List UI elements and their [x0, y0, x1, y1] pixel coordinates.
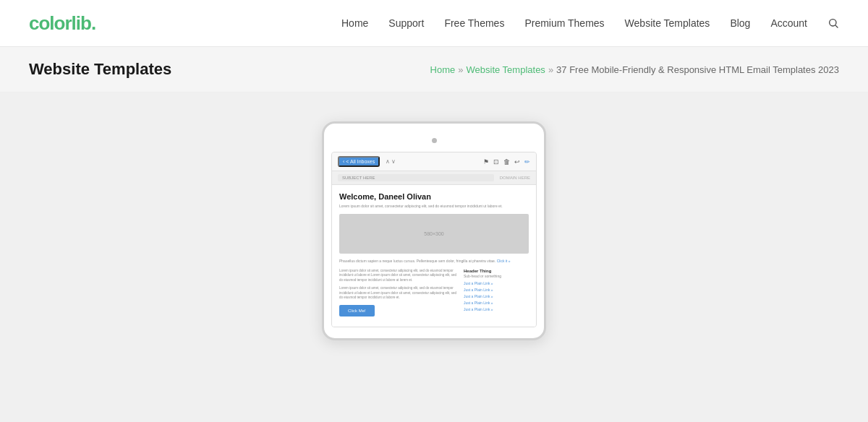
back-label: < All Inboxes: [346, 159, 375, 164]
breadcrumb-bar: Website Templates Home » Website Templat…: [0, 47, 868, 92]
chevron-down-icon[interactable]: ∨: [391, 158, 396, 165]
email-paragraph1: Phasellus dictum sapien a neque luctus c…: [339, 259, 529, 264]
svg-line-1: [835, 25, 838, 27]
search-button[interactable]: [827, 17, 839, 29]
trash-icon[interactable]: 🗑: [503, 158, 510, 165]
right-link-5[interactable]: Just a Plain Link »: [464, 307, 529, 311]
back-button[interactable]: ‹ < All Inboxes: [338, 156, 380, 167]
click-link[interactable]: Click it »: [497, 259, 511, 263]
svg-point-0: [830, 20, 836, 26]
email-client: ‹ < All Inboxes ∧ ∨ ⚑ ⊡ 🗑 ↩ ✏: [331, 152, 537, 327]
col-right-header: Header Thing: [464, 269, 529, 273]
chevron-controls: ∧ ∨: [386, 158, 396, 165]
subject-row: SUBJECT HERE DOMAIN HERE: [332, 171, 536, 185]
site-logo[interactable]: colorlib.: [29, 12, 95, 35]
image-dimensions-label: 580×300: [424, 231, 443, 236]
right-link-3[interactable]: Just a Plain Link »: [464, 294, 529, 298]
right-link-4[interactable]: Just a Plain Link »: [464, 301, 529, 305]
flag-icon[interactable]: ⚑: [483, 158, 489, 165]
breadcrumb-home[interactable]: Home: [430, 64, 456, 75]
right-link-2[interactable]: Just a Plain Link »: [464, 288, 529, 292]
logo-dot: .: [91, 12, 95, 34]
page-title: Website Templates: [29, 60, 171, 79]
sender-name: DOMAIN HERE: [500, 176, 530, 180]
breadcrumb-current: 37 Free Mobile-Friendly & Responsive HTM…: [556, 64, 839, 75]
email-columns: Lorem ipsum dolor sit amet, consectetur …: [339, 269, 529, 320]
device-container: ‹ < All Inboxes ∧ ∨ ⚑ ⊡ 🗑 ↩ ✏: [322, 121, 546, 340]
col-right-subheader: Sub-head or something: [464, 274, 529, 278]
breadcrumb-website-templates[interactable]: Website Templates: [467, 64, 545, 75]
right-link-1[interactable]: Just a Plain Link »: [464, 281, 529, 285]
col-left-para2: Lorem ipsum dolor sit amet, consectetur …: [339, 286, 458, 301]
email-col-right: Header Thing Sub-head or something Just …: [464, 269, 529, 320]
email-greeting: Welcome, Daneel Olivan: [339, 192, 529, 201]
site-header: colorlib. Home Support Free Themes Premi…: [0, 0, 868, 47]
breadcrumb: Home » Website Templates » 37 Free Mobil…: [430, 64, 839, 75]
email-intro: Lorem ipsum dolor sit amet, consectetur …: [339, 204, 529, 209]
col-left-para1: Lorem ipsum dolor sit amet, consectetur …: [339, 269, 458, 283]
chevron-up-icon[interactable]: ∧: [386, 158, 390, 165]
cta-button[interactable]: Click Me!: [339, 305, 375, 316]
compose-icon[interactable]: ✏: [524, 158, 530, 165]
nav-item-website-templates[interactable]: Website Templates: [625, 17, 710, 29]
main-content: ‹ < All Inboxes ∧ ∨ ⚑ ⊡ 🗑 ↩ ✏: [0, 92, 868, 422]
main-nav: Home Support Free Themes Premium Themes …: [341, 17, 839, 29]
ipad-camera: [432, 138, 437, 143]
breadcrumb-sep-2: »: [548, 64, 553, 75]
toolbar-icons: ⚑ ⊡ 🗑 ↩ ✏: [483, 158, 530, 165]
logo-text: colorlib: [29, 12, 91, 34]
search-icon: [827, 17, 839, 29]
email-image-placeholder: 580×300: [339, 214, 529, 254]
breadcrumb-sep-1: »: [458, 64, 463, 75]
email-toolbar: ‹ < All Inboxes ∧ ∨ ⚑ ⊡ 🗑 ↩ ✏: [332, 152, 536, 171]
email-col-left: Lorem ipsum dolor sit amet, consectetur …: [339, 269, 458, 320]
reply-icon[interactable]: ↩: [514, 158, 520, 165]
nav-item-support[interactable]: Support: [388, 17, 424, 29]
folder-icon[interactable]: ⊡: [493, 158, 499, 165]
subject-field: SUBJECT HERE: [338, 174, 494, 181]
nav-item-home[interactable]: Home: [341, 17, 368, 29]
nav-item-free-themes[interactable]: Free Themes: [444, 17, 504, 29]
nav-item-premium-themes[interactable]: Premium Themes: [524, 17, 604, 29]
ipad-frame: ‹ < All Inboxes ∧ ∨ ⚑ ⊡ 🗑 ↩ ✏: [322, 121, 546, 340]
nav-item-account[interactable]: Account: [770, 17, 807, 29]
nav-item-blog[interactable]: Blog: [730, 17, 750, 29]
email-body: Welcome, Daneel Olivan Lorem ipsum dolor…: [332, 185, 536, 327]
back-icon: ‹: [343, 159, 344, 164]
right-links: Just a Plain Link » Just a Plain Link » …: [464, 281, 529, 311]
